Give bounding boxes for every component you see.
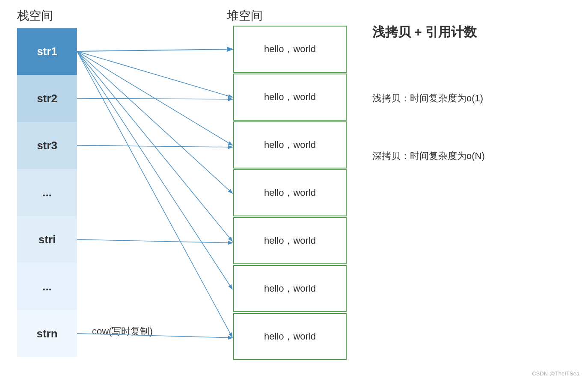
heap-box-5: hello，world xyxy=(233,217,347,264)
heap-box-2: hello，world xyxy=(233,74,347,121)
svg-line-5 xyxy=(77,98,232,99)
stack-item-str2: str2 xyxy=(17,75,77,122)
heap-label: 堆空间 xyxy=(227,8,263,24)
svg-line-4 xyxy=(77,51,232,241)
stack-item-str1: str1 xyxy=(17,28,77,75)
stack-item-strn: strn xyxy=(17,310,77,357)
annotation-deep: 深拷贝：时间复杂度为o(N) xyxy=(372,150,485,162)
watermark: CSDN @TheITSea xyxy=(532,370,579,377)
cow-label: cow(写时复制) xyxy=(92,325,153,338)
svg-line-3 xyxy=(77,51,232,193)
stack-label: 栈空间 xyxy=(17,8,53,24)
heap-box-1: hello，world xyxy=(233,26,347,73)
stack-item-stri: stri xyxy=(17,216,77,263)
stack-item-dots2: ... xyxy=(17,263,77,310)
svg-line-2 xyxy=(77,51,232,145)
svg-line-6 xyxy=(77,145,232,147)
svg-line-9 xyxy=(77,51,232,289)
svg-line-7 xyxy=(77,239,232,243)
stack-item-dots1: ... xyxy=(17,169,77,216)
annotation-shallow: 浅拷贝：时间复杂度为o(1) xyxy=(372,92,483,105)
heap-box-4: hello，world xyxy=(233,169,347,216)
svg-line-10 xyxy=(77,51,232,337)
stack-items: str1 str2 str3 ... stri ... strn xyxy=(17,28,77,357)
heap-box-6: hello，world xyxy=(233,265,347,312)
heap-box-3: hello，world xyxy=(233,121,347,168)
heap-box-7: hello，world xyxy=(233,313,347,360)
annotation-title: 浅拷贝 + 引用计数 xyxy=(372,24,477,41)
stack-item-str3: str3 xyxy=(17,122,77,169)
svg-line-1 xyxy=(77,51,232,97)
svg-line-0 xyxy=(77,49,232,51)
heap-items: hello，world hello，world hello，world hell… xyxy=(233,26,347,361)
page-container: 栈空间 堆空间 str1 str2 str3 ... stri ... strn… xyxy=(0,0,588,381)
